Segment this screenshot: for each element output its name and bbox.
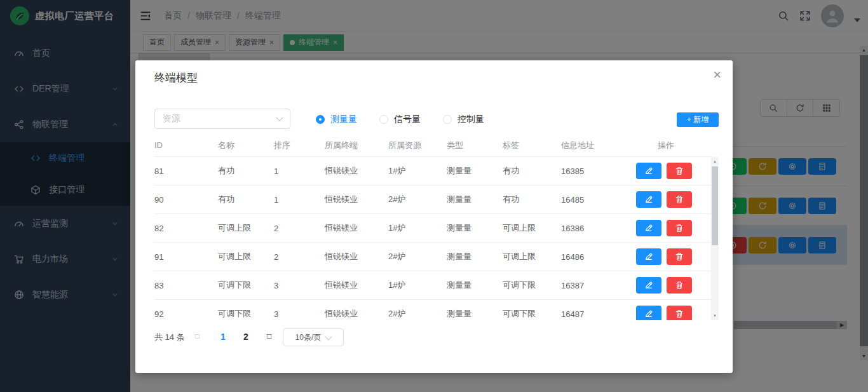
resource-select[interactable]: 资源 <box>154 109 290 129</box>
cell-terminal: 恒锐镁业 <box>325 308 388 320</box>
cell-terminal: 恒锐镁业 <box>325 251 388 262</box>
cell-terminal: 恒锐镁业 <box>325 165 388 177</box>
col-header-id: ID <box>154 140 218 150</box>
cell-resource: 2#炉 <box>388 308 447 320</box>
edit-button[interactable] <box>636 163 661 179</box>
table-vertical-scrollbar[interactable]: ▲ ▼ <box>711 157 719 320</box>
col-header-tag: 标签 <box>503 140 561 151</box>
table-row: 81 有功 1 恒锐镁业 1#炉 测量量 有功 16385 <box>154 157 712 186</box>
trash-icon <box>675 309 684 318</box>
cell-sort: 2 <box>274 252 325 262</box>
radio-icon <box>316 115 325 124</box>
terminal-model-table: ID 名称 排序 所属终端 所属资源 类型 标签 信息地址 操作 81 有功 1… <box>154 134 712 320</box>
cell-id: 91 <box>154 252 218 262</box>
pencil-icon <box>644 166 653 175</box>
cell-tag: 有功 <box>503 165 561 177</box>
delete-button[interactable] <box>667 220 692 236</box>
col-header-actions: 操作 <box>658 140 712 151</box>
cell-name: 有功 <box>218 165 274 177</box>
cell-id: 81 <box>154 166 218 176</box>
radio-label: 测量量 <box>330 114 357 125</box>
pencil-icon <box>644 281 653 290</box>
scroll-up-icon[interactable]: ▲ <box>711 158 719 165</box>
cell-type: 测量量 <box>447 222 503 234</box>
cell-name: 有功 <box>218 194 274 205</box>
pencil-icon <box>644 252 653 261</box>
radio-label: 信号量 <box>394 114 421 125</box>
cell-id: 92 <box>154 309 218 319</box>
total-count-label: 共 14 条 <box>154 332 185 343</box>
delete-button[interactable] <box>667 191 692 208</box>
pencil-icon <box>644 309 653 318</box>
table-header-row: ID 名称 排序 所属终端 所属资源 类型 标签 信息地址 操作 <box>154 134 712 157</box>
cell-type: 测量量 <box>447 165 503 177</box>
delete-button[interactable] <box>667 163 692 179</box>
trash-icon <box>675 281 684 290</box>
trash-icon <box>675 195 684 204</box>
col-header-name: 名称 <box>218 140 274 151</box>
next-page-button[interactable]: □ <box>267 332 271 341</box>
select-placeholder: 资源 <box>163 113 180 125</box>
pencil-icon <box>644 195 653 204</box>
chevron-down-icon <box>276 114 283 121</box>
edit-button[interactable] <box>636 220 661 236</box>
cell-resource: 1#炉 <box>388 280 447 291</box>
edit-button[interactable] <box>636 306 661 320</box>
trash-icon <box>675 252 684 261</box>
trash-icon <box>675 224 684 233</box>
edit-button[interactable] <box>636 191 661 208</box>
cell-type: 测量量 <box>447 194 503 205</box>
page-number-2[interactable]: 2 <box>243 332 248 342</box>
cell-terminal: 恒锐镁业 <box>325 194 388 205</box>
cell-id: 90 <box>154 195 218 205</box>
cell-sort: 1 <box>274 195 325 205</box>
cell-name: 可调上限 <box>218 251 274 262</box>
pagination: 共 14 条 □ 1 2 □ 10条/页 <box>154 327 719 348</box>
page-size-select[interactable]: 10条/页 <box>283 328 344 346</box>
radio-label: 控制量 <box>458 114 484 125</box>
cell-tag: 可调上限 <box>503 222 561 234</box>
cell-type: 测量量 <box>447 251 503 262</box>
edit-button[interactable] <box>636 277 661 294</box>
radio-measurement[interactable]: 测量量 <box>316 114 357 125</box>
radio-control[interactable]: 控制量 <box>443 114 484 125</box>
close-dialog-icon[interactable]: × <box>713 65 721 85</box>
radio-icon <box>443 115 452 124</box>
trash-icon <box>675 166 684 175</box>
col-header-type: 类型 <box>447 140 503 151</box>
delete-button[interactable] <box>667 277 692 294</box>
cell-sort: 3 <box>274 281 325 290</box>
cell-type: 测量量 <box>447 308 503 320</box>
col-header-resource: 所属资源 <box>388 140 447 151</box>
cell-terminal: 恒锐镁业 <box>325 222 388 234</box>
radio-signal[interactable]: 信号量 <box>379 114 421 125</box>
cell-tag: 有功 <box>503 194 561 205</box>
table-row: 91 可调上限 2 恒锐镁业 2#炉 测量量 可调上限 16486 <box>154 243 712 271</box>
terminal-model-dialog: 终端模型 × 资源 测量量 信号量 控制量 + 新增 ID 名称 排序 所属终端… <box>135 60 733 373</box>
table-row: 83 可调下限 3 恒锐镁业 1#炉 测量量 可调下限 16387 <box>154 271 712 300</box>
cell-terminal: 恒锐镁业 <box>325 280 388 291</box>
pencil-icon <box>644 224 653 233</box>
chevron-down-icon <box>325 333 332 340</box>
cell-resource: 1#炉 <box>388 222 447 234</box>
cell-id: 82 <box>154 224 218 233</box>
page-number-1[interactable]: 1 <box>220 332 226 342</box>
prev-page-button[interactable]: □ <box>195 332 200 341</box>
scrollbar-thumb[interactable] <box>712 166 718 245</box>
cell-sort: 2 <box>274 224 325 233</box>
dialog-filter-bar: 资源 测量量 信号量 控制量 + 新增 <box>154 109 719 129</box>
cell-tag: 可调下限 <box>503 280 561 291</box>
cell-name: 可调下限 <box>218 280 274 291</box>
col-header-address: 信息地址 <box>561 140 658 151</box>
col-header-terminal: 所属终端 <box>325 140 388 151</box>
cell-resource: 1#炉 <box>388 165 447 177</box>
page-size-value: 10条/页 <box>295 332 322 343</box>
table-row: 82 可调上限 2 恒锐镁业 1#炉 测量量 可调上限 16386 <box>154 214 712 243</box>
scroll-down-icon[interactable]: ▼ <box>711 312 719 320</box>
add-button[interactable]: + 新增 <box>677 112 719 127</box>
delete-button[interactable] <box>667 306 692 320</box>
edit-button[interactable] <box>636 248 661 265</box>
cell-tag: 可调下限 <box>503 308 561 320</box>
dialog-title: 终端模型 <box>154 71 198 85</box>
delete-button[interactable] <box>667 248 692 265</box>
